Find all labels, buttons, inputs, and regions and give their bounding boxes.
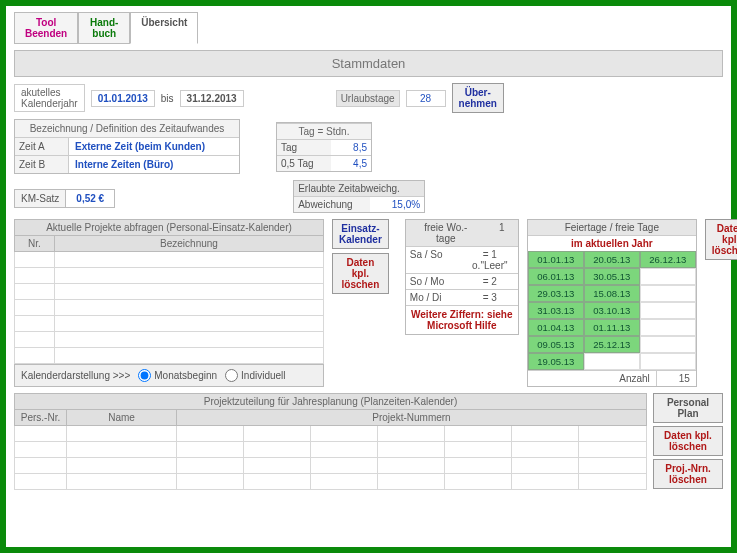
table-row[interactable] [15,300,324,316]
abw-header: Erlaubte Zeitabweichg. [294,181,424,196]
holiday-cell[interactable]: 30.05.13 [584,268,640,285]
year-to: 31.12.2013 [180,90,244,107]
km-box: KM-Satz 0,52 € [14,189,115,208]
radio-individuell[interactable]: Individuell [225,369,285,382]
holiday-cell[interactable] [640,336,696,353]
assign-col-proj: Projekt-Nummern [177,410,647,426]
free-days-note: Weitere Ziffern: siehe Microsoft Hilfe [406,305,518,334]
table-row[interactable] [15,426,647,442]
table-row[interactable] [15,348,324,364]
radio-monatsbeginn-label: Monatsbeginn [154,370,217,381]
table-row[interactable] [15,284,324,300]
free-days-box: freie Wo.- tage 1 Sa / So= 1 o."Leer" So… [405,219,519,335]
zeit-b-label: Zeit B [15,155,69,173]
abw-label: Abweichung [294,196,370,212]
assign-table: Projektzuteilung für Jahresplanung (Plan… [14,393,647,490]
holidays-sub: im aktuellen Jahr [528,235,696,251]
assign-col-persnr: Pers.-Nr. [15,410,67,426]
zeit-a-label: Zeit A [15,137,69,155]
radio-monatsbeginn[interactable]: Monatsbeginn [138,369,217,382]
table-row[interactable] [15,316,324,332]
projnr-delete-button[interactable]: Proj.-Nrn. löschen [653,459,723,489]
holiday-cell[interactable]: 01.11.13 [584,319,640,336]
tag-full-label: Tag [277,139,331,155]
tag-full-value[interactable]: 8,5 [331,139,371,155]
holiday-cell[interactable]: 15.08.13 [584,285,640,302]
zeit-b-value[interactable]: Interne Zeiten (Büro) [69,155,239,173]
holiday-cell[interactable] [640,268,696,285]
year-to-label: bis [161,93,174,104]
bottom-section: Projektzuteilung für Jahresplanung (Plan… [14,393,723,490]
holiday-cell[interactable] [584,353,640,370]
tag-half-label: 0,5 Tag [277,155,331,171]
daten-loeschen-button[interactable]: Daten kpl. löschen [332,253,389,294]
tab-tool-beenden[interactable]: Tool Beenden [14,12,78,44]
projects-header: Aktuelle Projekte abfragen (Personal-Ein… [15,220,324,236]
table-row[interactable] [15,442,647,458]
radio-individuell-label: Individuell [241,370,285,381]
defs-row: Bezeichnung / Definition des Zeitaufwand… [14,119,723,174]
table-row[interactable] [15,458,647,474]
holidays-footer-label: Anzahl [528,371,656,386]
personal-plan-button[interactable]: Personal Plan [653,393,723,423]
holiday-cell[interactable]: 06.01.13 [528,268,584,285]
tag-half-value[interactable]: 4,5 [331,155,371,171]
projects-col-bez: Bezeichnung [55,236,324,252]
table-row[interactable] [15,268,324,284]
free-r2b: = 2 [462,273,518,289]
holiday-cell[interactable]: 26.12.13 [640,251,696,268]
free-r3a: Mo / Di [406,289,462,305]
holiday-cell[interactable]: 01.01.13 [528,251,584,268]
projects-footer: Kalenderdarstellung >>> Monatsbeginn Ind… [14,364,324,387]
abw-value[interactable]: 15,0% [370,196,424,212]
tag-header: Tag = Stdn. [277,123,371,139]
year-from[interactable]: 01.01.2013 [91,90,155,107]
projects-col-nr: Nr. [15,236,55,252]
holiday-cell[interactable]: 01.04.13 [528,319,584,336]
projects-table: Aktuelle Projekte abfragen (Personal-Ein… [14,219,324,387]
free-days-count[interactable]: 1 [486,220,518,246]
holiday-cell[interactable]: 09.05.13 [528,336,584,353]
einsatz-kalender-button[interactable]: Einsatz- Kalender [332,219,389,249]
zeit-defs-box: Bezeichnung / Definition des Zeitaufwand… [14,119,240,174]
holidays-footer-value: 15 [656,371,696,386]
holiday-cell[interactable] [640,302,696,319]
free-r1b: = 1 o."Leer" [462,246,518,273]
free-r2a: So / Mo [406,273,462,289]
holiday-cell[interactable]: 29.03.13 [528,285,584,302]
km-row: KM-Satz 0,52 € Erlaubte Zeitabweichg. Ab… [14,180,723,213]
holiday-cell[interactable]: 31.03.13 [528,302,584,319]
mid-section: Aktuelle Projekte abfragen (Personal-Ein… [14,219,723,387]
km-label: KM-Satz [14,189,66,208]
assign-side-buttons: Personal Plan Daten kpl. löschen Proj.-N… [653,393,723,490]
free-r3b: = 3 [462,289,518,305]
holiday-cell[interactable] [640,319,696,336]
tab-bar: Tool Beenden Hand- buch Übersicht [14,12,723,44]
zeit-a-value[interactable]: Externe Zeit (beim Kunden) [69,137,239,155]
holiday-delete-button[interactable]: Daten kpl. löschen [705,219,737,260]
free-days-header: freie Wo.- tage [406,220,486,246]
holiday-cell[interactable]: 25.12.13 [584,336,640,353]
km-value[interactable]: 0,52 € [66,189,115,208]
holiday-cell[interactable]: 19.05.13 [528,353,584,370]
table-row[interactable] [15,474,647,490]
tab-uebersicht[interactable]: Übersicht [130,12,198,44]
uebernehmen-button[interactable]: Über- nehmen [452,83,504,113]
tab-handbuch[interactable]: Hand- buch [78,12,130,44]
holidays-header: Feiertage / freie Tage [528,220,696,235]
holidays-grid: 01.01.1320.05.1326.12.1306.01.1330.05.13… [528,251,696,370]
holiday-cell[interactable] [640,285,696,302]
table-row[interactable] [15,332,324,348]
holiday-side-buttons: Daten kpl. löschen [705,219,737,260]
free-r1a: Sa / So [406,246,462,273]
holiday-cell[interactable]: 03.10.13 [584,302,640,319]
assign-col-name: Name [67,410,177,426]
table-row[interactable] [15,252,324,268]
holiday-cell[interactable]: 20.05.13 [584,251,640,268]
section-title: Stammdaten [14,50,723,77]
kalender-label: Kalenderdarstellung >>> [21,370,130,381]
urlaub-label: Urlaubstage [336,90,400,107]
holiday-cell[interactable] [640,353,696,370]
assign-delete-button[interactable]: Daten kpl. löschen [653,426,723,456]
urlaub-value[interactable]: 28 [406,90,446,107]
